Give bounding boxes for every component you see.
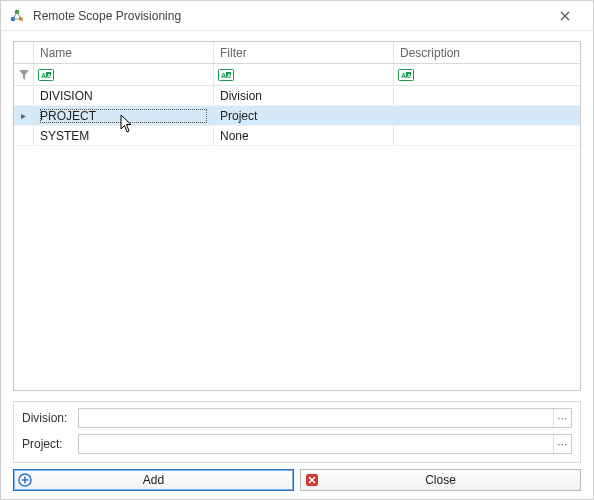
division-browse-button[interactable]: ··· (553, 409, 571, 427)
grid-header-row: Name Filter Description (14, 42, 580, 64)
svg-text:A: A (221, 72, 226, 79)
scope-grid[interactable]: Name Filter Description A A (13, 41, 581, 391)
cell-filter[interactable]: None (214, 126, 394, 145)
text-filter-icon: A A (38, 69, 54, 81)
cell-name[interactable]: DIVISION (34, 86, 214, 105)
cell-filter[interactable]: Division (214, 86, 394, 105)
grid-header-indicator (14, 42, 34, 63)
close-button-label: Close (425, 473, 456, 487)
filter-cell-filter[interactable]: A A (214, 64, 394, 85)
division-input[interactable] (79, 409, 553, 427)
grid-filter-row: A A A A (14, 64, 580, 86)
svg-text:A: A (401, 72, 406, 79)
window-close-button[interactable] (545, 2, 585, 30)
cell-name[interactable]: PROJECT (34, 106, 214, 125)
table-row[interactable]: SYSTEMNone (14, 126, 580, 146)
cell-description[interactable] (394, 86, 580, 105)
table-row[interactable]: DIVISIONDivision (14, 86, 580, 106)
filter-cell-name[interactable]: A A (34, 64, 214, 85)
svg-line-4 (17, 12, 21, 19)
project-browse-button[interactable]: ··· (553, 435, 571, 453)
plus-circle-icon (18, 473, 32, 487)
grid-header-filter[interactable]: Filter (214, 42, 394, 63)
text-filter-icon: A A (398, 69, 414, 81)
project-row: Project: ··· (22, 434, 572, 454)
content-area: Name Filter Description A A (1, 31, 593, 499)
row-indicator (14, 86, 34, 105)
division-input-wrap: ··· (78, 408, 572, 428)
division-label: Division: (22, 411, 72, 425)
project-input[interactable] (79, 435, 553, 453)
title-bar: Remote Scope Provisioning (1, 1, 593, 31)
svg-text:A: A (47, 72, 52, 78)
text-filter-icon: A A (218, 69, 234, 81)
row-indicator: ▸ (14, 106, 34, 125)
svg-text:A: A (407, 72, 412, 78)
button-row: Add Close (13, 469, 581, 491)
filter-cell-description[interactable]: A A (394, 64, 580, 85)
division-row: Division: ··· (22, 408, 572, 428)
window-title: Remote Scope Provisioning (33, 9, 545, 23)
add-button-label: Add (143, 473, 164, 487)
svg-text:A: A (227, 72, 232, 78)
table-row[interactable]: ▸PROJECTProject (14, 106, 580, 126)
close-button[interactable]: Close (300, 469, 581, 491)
svg-text:A: A (41, 72, 46, 79)
add-button[interactable]: Add (13, 469, 294, 491)
grid-body: DIVISIONDivision▸PROJECTProjectSYSTEMNon… (14, 86, 580, 390)
filter-funnel-icon[interactable] (14, 64, 34, 85)
grid-header-description[interactable]: Description (394, 42, 580, 63)
form-area: Division: ··· Project: ··· (13, 401, 581, 463)
svg-line-3 (13, 12, 17, 19)
project-input-wrap: ··· (78, 434, 572, 454)
cell-description[interactable] (394, 106, 580, 125)
project-label: Project: (22, 437, 72, 451)
row-indicator (14, 126, 34, 145)
cell-name[interactable]: SYSTEM (34, 126, 214, 145)
app-icon (9, 8, 25, 24)
close-square-icon (305, 473, 319, 487)
cell-filter[interactable]: Project (214, 106, 394, 125)
grid-header-name[interactable]: Name (34, 42, 214, 63)
cell-description[interactable] (394, 126, 580, 145)
